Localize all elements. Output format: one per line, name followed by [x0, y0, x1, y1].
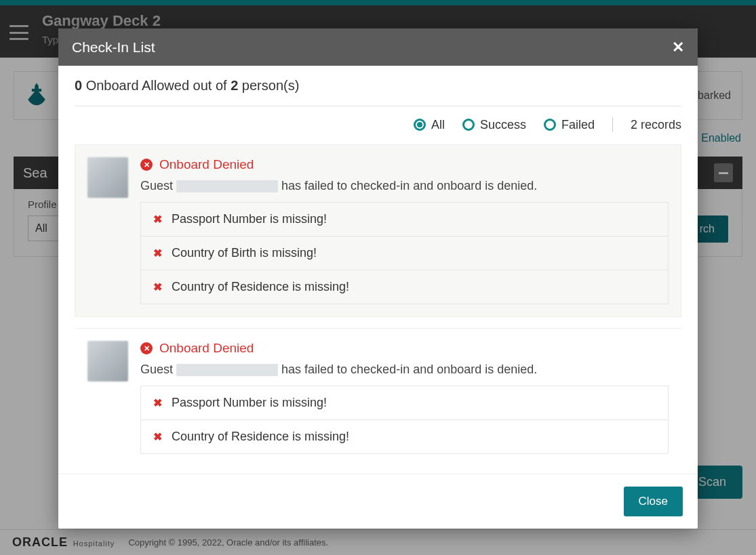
guest-name-redacted — [176, 180, 278, 192]
guest-message: Guest has failed to checked-in and onboa… — [140, 179, 669, 193]
modal-header: Check-In List ✕ — [58, 28, 698, 66]
filter-radio-failed[interactable]: Failed — [544, 118, 595, 132]
radio-icon — [414, 119, 426, 131]
checkin-entry: Onboard Denied Guest has failed to check… — [75, 144, 681, 317]
x-icon: ✖ — [153, 213, 162, 226]
modal-title: Check-In List — [72, 39, 155, 56]
close-icon[interactable]: ✕ — [672, 39, 684, 56]
record-count: 2 records — [631, 118, 681, 132]
guest-name-redacted — [176, 364, 278, 376]
filter-radio-all[interactable]: All — [414, 118, 445, 132]
divider — [612, 117, 613, 132]
filter-radio-success[interactable]: Success — [462, 118, 526, 132]
error-item: ✖ Country of Birth is missing! — [140, 236, 669, 270]
guest-avatar — [87, 157, 128, 198]
guest-avatar — [87, 341, 128, 382]
error-item: ✖ Passport Number is missing! — [140, 386, 669, 420]
result-filter-row: All Success Failed 2 records — [75, 117, 681, 132]
x-icon: ✖ — [153, 247, 162, 260]
status-text: Onboard Denied — [159, 341, 254, 356]
error-circle-icon — [140, 159, 153, 171]
x-icon: ✖ — [153, 281, 162, 293]
status-text: Onboard Denied — [159, 157, 254, 172]
modal-footer: Close — [58, 474, 698, 529]
error-item: ✖ Passport Number is missing! — [140, 202, 669, 237]
error-item: ✖ Country of Residence is missing! — [140, 419, 669, 454]
checkin-entry: Onboard Denied Guest has failed to check… — [75, 328, 681, 467]
checkin-modal: Check-In List ✕ 0 Onboard Allowed out of… — [58, 28, 698, 529]
close-button[interactable]: Close — [624, 487, 683, 516]
error-circle-icon — [140, 342, 153, 354]
x-icon: ✖ — [153, 430, 162, 443]
onboard-summary: 0 Onboard Allowed out of 2 person(s) — [75, 78, 681, 106]
radio-icon — [462, 119, 475, 131]
error-item: ✖ Country of Residence is missing! — [140, 270, 669, 304]
radio-icon — [544, 119, 556, 131]
guest-message: Guest has failed to checked-in and onboa… — [140, 363, 669, 377]
x-icon: ✖ — [153, 396, 162, 409]
